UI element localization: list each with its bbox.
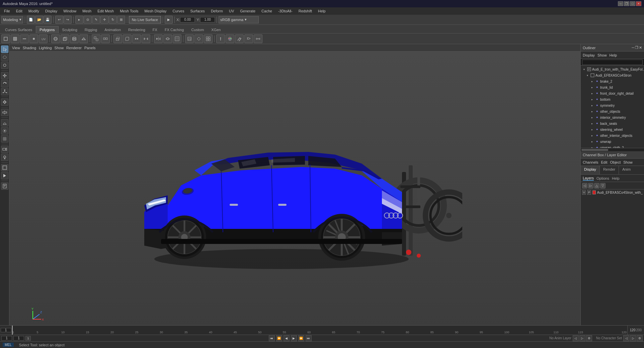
menu-cache[interactable]: Cache — [259, 8, 275, 14]
icon-deform[interactable] — [244, 34, 253, 43]
tab-xgen[interactable]: XGen — [208, 26, 224, 33]
icon-cylinder[interactable] — [70, 34, 79, 43]
expand-unwrap-cloth[interactable]: ▸ — [590, 146, 594, 148]
expand-other-obj[interactable]: ▸ — [590, 109, 594, 113]
expand-interior-symm[interactable]: ▸ — [590, 115, 594, 119]
menu-mesh-tools[interactable]: Mesh Tools — [117, 8, 141, 14]
tree-item-steering[interactable]: ▸ ✦ steering_wheel — [581, 126, 644, 133]
pb-play-fwd[interactable]: ▶ — [291, 335, 297, 341]
outliner-search-input[interactable] — [582, 60, 643, 65]
tree-item-symmetry[interactable]: ▸ ✦ symmetry — [581, 102, 644, 108]
menu-curves[interactable]: Curves — [170, 8, 187, 14]
coord-x-input[interactable]: 0.00 — [180, 17, 195, 22]
icon-merge[interactable] — [132, 34, 141, 43]
help-tab[interactable]: Help — [612, 176, 620, 180]
icon-select-obj[interactable] — [1, 34, 10, 43]
layer-left-arrow[interactable]: ◁ — [582, 183, 587, 188]
tree-item-bottom[interactable]: ▸ ✦ bottom — [581, 96, 644, 102]
vp-renderer-menu[interactable]: Renderer — [66, 46, 82, 50]
minimize-btn[interactable]: ─ — [618, 1, 623, 6]
undo-btn[interactable]: ↩ — [55, 16, 63, 24]
layer-up-arrow[interactable]: △ — [594, 183, 599, 188]
icon-select-edge[interactable] — [20, 34, 29, 43]
restore-btn[interactable]: ❐ — [624, 1, 629, 6]
icon-plane[interactable] — [79, 34, 88, 43]
tab-sculpting[interactable]: Sculpting — [59, 26, 81, 33]
menu-window[interactable]: Window — [61, 8, 79, 14]
viewport[interactable]: View Shading Lighting Show Renderer Pane… — [9, 44, 580, 325]
icon-mirror[interactable] — [154, 34, 163, 43]
icon-select-vertex[interactable] — [29, 34, 38, 43]
tab-curves-surfaces[interactable]: Curves Surfaces — [1, 26, 36, 33]
anim-layer-next[interactable]: ▷ — [579, 335, 585, 341]
tool-soft-select[interactable] — [1, 119, 8, 126]
expand-bottom[interactable]: ▸ — [590, 97, 594, 101]
tree-item-interior-symm[interactable]: ▸ ✦ interior_simmetry — [581, 114, 644, 120]
close-btn[interactable]: ✕ — [636, 1, 641, 6]
frame-input-2[interactable] — [13, 336, 24, 341]
vp-show-menu[interactable]: Show — [55, 46, 64, 50]
menu-edit[interactable]: Edit — [13, 8, 25, 14]
anim-layer-settings[interactable]: ⚙ — [586, 335, 592, 341]
char-set-next[interactable]: ▷ — [630, 335, 636, 341]
tool-rotate[interactable] — [1, 80, 8, 87]
outliner-show-menu[interactable]: Show — [597, 53, 607, 57]
icon-bevel[interactable] — [123, 34, 132, 43]
icon-select-uv[interactable]: UV — [39, 34, 48, 43]
icon-unfold[interactable] — [194, 34, 203, 43]
pb-play-back[interactable]: ◀ — [284, 335, 290, 341]
pb-go-end[interactable]: ⏭ — [306, 335, 312, 341]
tool-select[interactable] — [1, 46, 8, 53]
tab-rigging[interactable]: Rigging — [81, 26, 101, 33]
icon-normals[interactable] — [216, 34, 225, 43]
timeline-track[interactable]: 1 5 10 15 20 25 30 35 40 45 50 55 60 65 … — [12, 326, 627, 335]
cb-edit-menu[interactable]: Edit — [601, 160, 607, 164]
vp-view-menu[interactable]: View — [12, 46, 20, 50]
select-btn[interactable]: ▸ — [75, 16, 83, 24]
menu-modify[interactable]: Modify — [26, 8, 42, 14]
mel-badge[interactable]: MEL — [3, 343, 14, 347]
cb-channels-menu[interactable]: Channels — [583, 160, 598, 164]
pb-go-start[interactable]: ⏮ — [269, 335, 275, 341]
icon-constraint[interactable] — [254, 34, 262, 43]
expand-brake[interactable]: ▸ — [590, 79, 594, 83]
menu-mesh[interactable]: Mesh — [80, 8, 94, 14]
anim-tab[interactable]: Anim — [619, 166, 634, 174]
menu-deform[interactable]: Deform — [208, 8, 226, 14]
menu-mesh-display[interactable]: Mesh Display — [142, 8, 169, 14]
outliner-close[interactable]: ✕ — [639, 46, 642, 50]
tree-item-unwrap[interactable]: ▸ ✦ unwrap — [581, 139, 644, 145]
layers-tab-active[interactable]: Layers — [583, 176, 594, 181]
icon-separate[interactable] — [101, 34, 110, 43]
expand-unwrap[interactable]: ▸ — [590, 140, 594, 144]
vp-panels-menu[interactable]: Panels — [84, 46, 96, 50]
icon-cube[interactable] — [61, 34, 69, 43]
expand-symmetry[interactable]: ▸ — [590, 103, 594, 107]
outliner-minimize[interactable]: ─ — [632, 46, 634, 50]
outliner-restore[interactable]: ❐ — [635, 46, 638, 50]
maximize-btn[interactable]: □ — [630, 1, 635, 6]
scale-btn[interactable]: ⊞ — [117, 16, 125, 24]
expand-steering[interactable]: ▸ — [590, 127, 594, 132]
timeline-start-input[interactable] — [1, 328, 11, 332]
menu-generate[interactable]: Generate — [237, 8, 258, 14]
tool-camera[interactable] — [1, 146, 8, 153]
tool-light[interactable] — [1, 154, 8, 161]
icon-sphere[interactable] — [51, 34, 60, 43]
tab-fx[interactable]: FX — [149, 26, 161, 33]
icon-subdivide[interactable] — [173, 34, 181, 43]
icon-select-face[interactable] — [11, 34, 19, 43]
expand-root[interactable]: ▾ — [582, 67, 586, 71]
tree-item-trunk[interactable]: ▸ ✦ trunk_lid — [581, 84, 644, 90]
icon-uv-editor[interactable]: UV — [185, 34, 194, 43]
outliner-display-menu[interactable]: Display — [583, 53, 595, 57]
tree-item-front-door[interactable]: ▸ ✦ front_door_right_detail — [581, 90, 644, 96]
menu-uv[interactable]: UV — [226, 8, 237, 14]
render-tab[interactable]: Render — [600, 166, 619, 174]
save-btn[interactable]: 💾 — [44, 16, 52, 24]
tree-item-unwrap-cloth[interactable]: ▸ ✦ unwrap_cloth_2 — [581, 145, 644, 148]
frame-step-btn[interactable]: 1 — [25, 336, 31, 341]
tab-custom[interactable]: Custom — [187, 26, 208, 33]
tool-lasso[interactable] — [1, 54, 8, 61]
expand-trunk[interactable]: ▸ — [590, 85, 594, 89]
